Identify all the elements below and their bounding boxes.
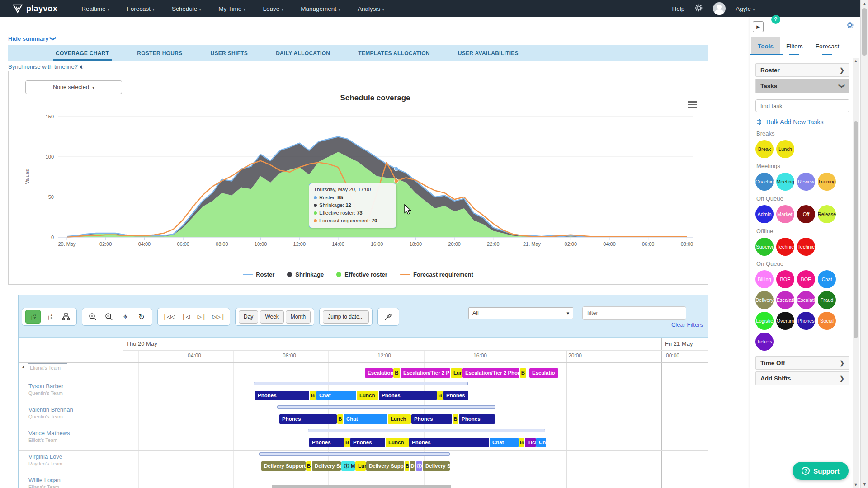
nav-item-leave[interactable]: Leave▾	[263, 5, 283, 12]
task-bar-chat[interactable]: Chat	[344, 414, 387, 424]
legend-item-effective-roster[interactable]: Effective roster	[336, 271, 387, 278]
next-button[interactable]: ▷❘	[195, 310, 209, 323]
task-bar-b[interactable]: B	[393, 368, 400, 378]
user-name-link[interactable]: Valentin Brennan	[28, 406, 73, 413]
task-circle-training[interactable]: Training	[818, 173, 836, 191]
scroll-down-icon[interactable]: ▼	[853, 483, 859, 487]
task-circle-boe[interactable]: BOE	[797, 270, 815, 288]
scroll-down-icon[interactable]: ▼	[861, 482, 868, 487]
playvox-logo[interactable]: playvox	[13, 4, 57, 14]
task-circle-delivery[interactable]: Delivery	[755, 291, 774, 309]
scroll-up-icon[interactable]: ▲	[853, 59, 859, 63]
task-bar-b[interactable]: B	[437, 391, 443, 400]
zoom-out-icon[interactable]	[102, 310, 116, 323]
support-button[interactable]: ? Support	[793, 462, 849, 480]
help-beacon[interactable]: ?	[771, 15, 780, 24]
user-name-link[interactable]: Virginia Love	[28, 453, 62, 460]
tab-templates-allocation[interactable]: TEMPLATES ALLOCATION	[358, 45, 429, 61]
task-bar-phones[interactable]: Phones	[255, 391, 309, 400]
task-bar-phones[interactable]: Phones	[379, 391, 437, 400]
task-circle-admin[interactable]: Admin	[755, 205, 774, 223]
scroll-up-indicator[interactable]: ▲	[21, 365, 25, 369]
nav-item-realtime[interactable]: Realtime▾	[81, 5, 109, 12]
task-circle-fraud[interactable]: Fraud	[818, 291, 836, 309]
jump-to-date-button[interactable]: Jump to date...	[323, 310, 368, 324]
sync-toggle[interactable]: ◐	[80, 65, 84, 69]
skip-end-button[interactable]: ▷▷❘	[211, 310, 227, 323]
sidebar-tab-filters[interactable]: Filters	[780, 37, 809, 55]
task-bar-b[interactable]: B	[310, 391, 316, 400]
task-bar-lunch[interactable]: Lunch	[388, 414, 411, 424]
task-bar-lun[interactable]: Lun	[355, 461, 366, 471]
task-bar-escalation-tier-2-phones[interactable]: Escalation/Tier 2 Phones	[462, 368, 519, 378]
task-circle-supervi[interactable]: Supervi	[755, 238, 774, 256]
task-circle-coachin[interactable]: Coachin	[755, 173, 774, 191]
task-bar-delivery-support[interactable]: Delivery Support	[261, 461, 306, 471]
task-bar-phones[interactable]: Phones	[459, 414, 495, 424]
task-bar-delivery-su[interactable]: Delivery Su	[312, 461, 341, 471]
help-link[interactable]: Help	[672, 5, 684, 12]
hide-summary-toggle[interactable]: Hide summary ❯	[8, 34, 56, 42]
week-button[interactable]: Week	[260, 310, 283, 324]
nav-item-management[interactable]: Management▾	[301, 5, 340, 12]
refresh-icon[interactable]: ↻	[134, 310, 149, 323]
section-time-off[interactable]: Time Off❯	[755, 356, 849, 370]
task-circle-escalati[interactable]: Escalati	[797, 291, 815, 309]
task-bar-cha[interactable]: Cha	[536, 438, 546, 447]
task-circle-overtim[interactable]: Overtim	[776, 312, 794, 330]
task-circle-lunch[interactable]: Lunch	[776, 140, 794, 158]
task-bar-b[interactable]: B	[519, 438, 524, 447]
task-bar-tick[interactable]: Tick	[525, 438, 536, 447]
task-bar-delivery-su[interactable]: Delivery Su	[423, 461, 450, 471]
task-circle-social[interactable]: Social	[818, 312, 836, 330]
tab-user-availabilities[interactable]: USER AVAILABILITIES	[458, 45, 519, 61]
task-circle-escalati[interactable]: Escalati	[776, 291, 794, 309]
task-bar-b[interactable]: B	[453, 414, 458, 424]
task-circle-technic[interactable]: Technic	[797, 238, 815, 256]
task-bar-phones[interactable]: Phones	[279, 414, 337, 424]
user-menu[interactable]: Agyle▾	[736, 5, 755, 12]
scroll-up-icon[interactable]: ▲	[861, 1, 868, 6]
task-bar-b[interactable]: B	[306, 461, 311, 471]
section-roster[interactable]: Roster❯	[755, 63, 849, 77]
task-bar-phones[interactable]: Phones	[309, 438, 344, 447]
nav-item-schedule[interactable]: Schedule▾	[172, 5, 201, 12]
task-bar--[interactable]: ⓘ	[416, 461, 422, 471]
shift-bar[interactable]	[308, 429, 545, 432]
task-bar-lunch[interactable]: Lunch	[357, 391, 378, 400]
task-circle-phones[interactable]: Phones	[797, 312, 815, 330]
shift-bar[interactable]	[259, 452, 450, 456]
task-circle-boe[interactable]: BOE	[776, 270, 794, 288]
task-bar-b[interactable]: B	[405, 461, 409, 471]
task-bar-phones[interactable]: Phones	[411, 414, 452, 424]
skip-start-button[interactable]: ❘◁◁	[161, 310, 177, 323]
row-filter-select[interactable]: All ▾	[468, 307, 573, 319]
section-add-shifts[interactable]: Add Shifts❯	[755, 371, 849, 385]
zoom-in-icon[interactable]	[85, 310, 100, 323]
task-bar-chat[interactable]: Chat	[316, 391, 356, 400]
task-bar-b[interactable]: B	[520, 368, 526, 378]
task-bar-escalatio[interactable]: Escalatio	[529, 368, 558, 378]
task-bar-d[interactable]: D	[410, 461, 415, 471]
find-task-input[interactable]	[755, 99, 849, 112]
user-name-link[interactable]: Vance Mathews	[28, 430, 70, 436]
clear-filters-link[interactable]: Clear Filters	[671, 321, 703, 328]
task-bar-escalation-[interactable]: Escalation/	[365, 368, 393, 378]
task-circle-break[interactable]: Break	[755, 140, 774, 158]
task-bar-phones[interactable]: Phones	[409, 438, 489, 447]
task-bar-delivery-suppo[interactable]: Delivery Suppo	[366, 461, 404, 471]
task-circle-marketi[interactable]: Marketi	[776, 205, 794, 223]
avatar[interactable]	[713, 2, 726, 15]
legend-item-shrinkage[interactable]: Shrinkage	[287, 271, 324, 278]
task-bar-escalation-tier-2-p[interactable]: Escalation/Tier 2 P	[401, 368, 450, 378]
task-circle-technic[interactable]: Technic	[776, 238, 794, 256]
section-tasks[interactable]: Tasks❯	[755, 79, 849, 93]
task-bar-lunch[interactable]: Lunch	[386, 438, 409, 447]
month-button[interactable]: Month	[286, 310, 311, 324]
nav-item-my-time[interactable]: My Time▾	[218, 5, 245, 12]
sidebar-tab-tools[interactable]: Tools	[751, 37, 780, 55]
sidebar-tab-forecast[interactable]: Forecast	[809, 37, 846, 55]
task-bar-lun[interactable]: Lun	[451, 368, 462, 378]
task-circle-chat[interactable]: Chat	[818, 270, 836, 288]
sidebar-gear-icon[interactable]	[846, 21, 854, 31]
